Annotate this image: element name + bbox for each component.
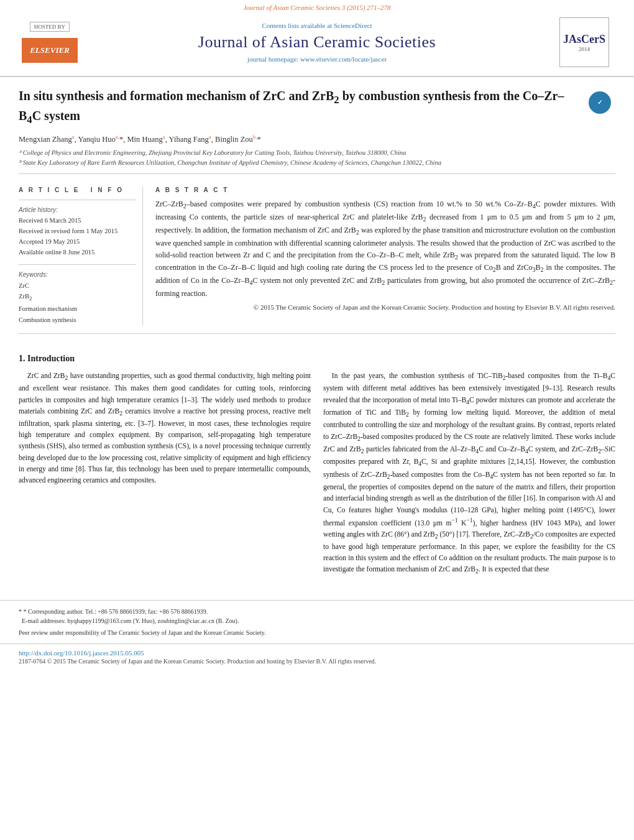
body-text-left: ZrC and ZrB2 have outstanding properties… [19, 370, 311, 486]
affiliations: ᵃ College of Physics and Electronic Engi… [19, 148, 615, 168]
article-info-col: A R T I C L E I N F O Article history: R… [19, 187, 143, 326]
body-col-left: ZrC and ZrB2 have outstanding properties… [19, 370, 311, 581]
doi-anchor[interactable]: http://dx.doi.org/10.1016/j.jascer.2015.… [19, 649, 144, 657]
abstract-text: ZrC–ZrB2–based composites were prepared … [155, 198, 615, 300]
doi-link[interactable]: http://dx.doi.org/10.1016/j.jascer.2015.… [19, 649, 615, 657]
page: Journal of Asian Ceramic Societies 3 (20… [0, 0, 634, 840]
authors-line: Mengxian Zhanga, Yanqiu Huoa,*, Min Huan… [19, 134, 615, 144]
footer-copy: 2187-0764 © 2015 The Ceramic Society of … [19, 658, 615, 665]
keyword-2: ZrB2 [19, 291, 136, 303]
affiliation-b: ᵇ State Key Laboratory of Rare Earth Res… [19, 158, 615, 168]
accepted-date: Accepted 19 May 2015 [19, 237, 136, 247]
divider-4 [19, 333, 615, 334]
keywords-list: ZrC ZrB2 Formation mechanism Combustion … [19, 280, 136, 326]
logo-year: 2014 [579, 46, 590, 52]
footer-bar: http://dx.doi.org/10.1016/j.jascer.2015.… [0, 644, 634, 670]
header-right: JAsCerS 2014 [547, 17, 622, 67]
hosted-by-box: HOSTED BY [30, 22, 70, 32]
crossmark-label: ✓ [597, 98, 602, 107]
logo-acronym: JAsCerS [563, 33, 605, 46]
abstract-heading: A B S T R A C T [155, 187, 615, 193]
homepage-prefix: journal homepage: [247, 55, 298, 63]
article-title: In situ synthesis and formation mechanis… [19, 87, 615, 127]
keywords-label: Keywords: [19, 271, 136, 278]
header-center: Contents lists available at ScienceDirec… [87, 22, 547, 63]
body-columns: ZrC and ZrB2 have outstanding properties… [19, 370, 615, 581]
section-1-title: 1. Introduction [19, 354, 615, 364]
sciencedirect-prefix: Contents lists available at [262, 22, 332, 29]
sciencedirect-name: ScienceDirect [334, 22, 372, 29]
affiliation-a: ᵃ College of Physics and Electronic Engi… [19, 148, 615, 158]
body-text-right: In the past years, the combustion synthe… [323, 370, 615, 576]
homepage-line: journal homepage: www.elsevier.com/locat… [87, 55, 547, 63]
footnote-corresponding: * * Corresponding author. Tel.: +86 576 … [19, 607, 615, 616]
footnote-peer: Peer review under responsibility of The … [19, 628, 615, 637]
received-date: Received 6 March 2015 [19, 216, 136, 226]
main-content: 1. Introduction ZrC and ZrB2 have outsta… [0, 341, 634, 594]
header-left: HOSTED BY ELSEVIER [12, 22, 87, 63]
journal-banner: Journal of Asian Ceramic Societies 3 (20… [0, 0, 634, 12]
elsevier-logo: ELSEVIER [22, 38, 78, 63]
copyright-text: © 2015 The Ceramic Society of Japan and … [155, 303, 615, 311]
article-info-heading: A R T I C L E I N F O [19, 187, 136, 193]
body-col-right: In the past years, the combustion synthe… [323, 370, 615, 581]
revised-date: Received in revised form 1 May 2015 [19, 226, 136, 237]
header-content: HOSTED BY ELSEVIER Contents lists availa… [0, 12, 634, 72]
journal-title: Journal of Asian Ceramic Societies [87, 33, 547, 52]
footnote-section: * * Corresponding author. Tel.: +86 576 … [0, 600, 634, 637]
divider-3 [19, 264, 136, 265]
crossmark-circle: ✓ [589, 91, 611, 114]
abstract-col: A B S T R A C T ZrC–ZrB2–based composite… [155, 187, 615, 326]
homepage-url[interactable]: www.elsevier.com/locate/jascer [300, 55, 387, 63]
article-history-label: Article history: [19, 206, 136, 213]
divider-2 [19, 200, 136, 200]
footnote-email: E-mail addresses: hyqhappy1199@163.com (… [19, 616, 615, 625]
crossmark: ✓ [584, 87, 615, 118]
article-title-text: In situ synthesis and formation mechanis… [19, 89, 564, 122]
journal-logo-box: JAsCerS 2014 [559, 17, 609, 67]
hosted-by-label: HOSTED BY [34, 24, 65, 30]
keyword-1: ZrC [19, 280, 136, 292]
divider-1 [19, 173, 615, 174]
available-date: Available online 8 June 2015 [19, 247, 136, 258]
article-section: In situ synthesis and formation mechanis… [0, 77, 634, 187]
elsevier-label: ELSEVIER [30, 45, 70, 55]
journal-header: Journal of Asian Ceramic Societies 3 (20… [0, 0, 634, 77]
two-col-section: A R T I C L E I N F O Article history: R… [0, 187, 634, 326]
sciencedirect-line: Contents lists available at ScienceDirec… [87, 22, 547, 29]
keyword-3: Formation mechanism [19, 303, 136, 315]
keyword-4: Combustion synthesis [19, 315, 136, 326]
